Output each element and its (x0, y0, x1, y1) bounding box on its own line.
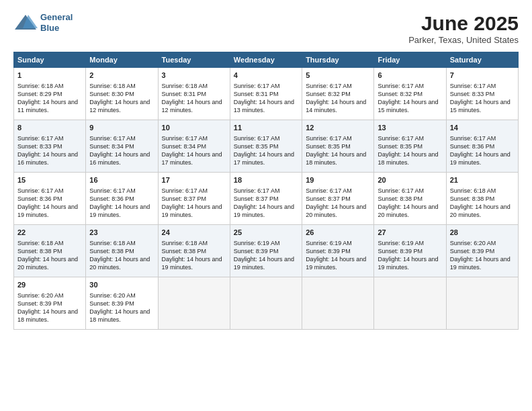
calendar-body: 1Sunrise: 6:18 AMSunset: 8:29 PMDaylight… (14, 68, 519, 330)
day-cell: 7Sunrise: 6:17 AMSunset: 8:33 PMDaylight… (446, 68, 518, 120)
daylight: Daylight: 14 hours and 11 minutes. (17, 99, 78, 113)
sunrise: Sunrise: 6:17 AM (17, 135, 64, 142)
sunrise: Sunrise: 6:17 AM (89, 187, 136, 194)
month-title: June 2025 (408, 12, 519, 35)
day-number: 29 (17, 280, 82, 290)
sunset: Sunset: 8:38 PM (17, 248, 62, 255)
day-cell: 3Sunrise: 6:18 AMSunset: 8:31 PMDaylight… (158, 68, 230, 120)
day-cell: 17Sunrise: 6:17 AMSunset: 8:37 PMDayligh… (158, 173, 230, 225)
daylight: Daylight: 14 hours and 18 minutes. (89, 308, 150, 323)
day-number: 15 (17, 175, 82, 185)
sunset: Sunset: 8:39 PM (89, 300, 134, 307)
sunrise: Sunrise: 6:18 AM (89, 83, 136, 89)
day-cell (158, 277, 230, 330)
sunrise: Sunrise: 6:20 AM (17, 292, 64, 299)
day-number: 19 (306, 175, 370, 185)
sunset: Sunset: 8:36 PM (17, 195, 62, 202)
daylight: Daylight: 14 hours and 19 minutes. (234, 203, 294, 218)
day-number: 8 (17, 123, 82, 133)
daylight: Daylight: 14 hours and 19 minutes. (89, 203, 150, 218)
sunrise: Sunrise: 6:17 AM (306, 187, 352, 194)
day-number: 2 (89, 71, 154, 81)
sunset: Sunset: 8:34 PM (89, 143, 134, 150)
day-number: 17 (162, 175, 226, 185)
col-tuesday: Tuesday (158, 52, 230, 68)
sunset: Sunset: 8:38 PM (378, 195, 423, 202)
sunset: Sunset: 8:39 PM (17, 300, 62, 307)
day-cell: 5Sunrise: 6:17 AMSunset: 8:32 PMDaylight… (302, 68, 374, 120)
day-cell: 26Sunrise: 6:19 AMSunset: 8:39 PMDayligh… (302, 225, 374, 277)
sunrise: Sunrise: 6:17 AM (162, 135, 208, 142)
day-cell: 20Sunrise: 6:17 AMSunset: 8:38 PMDayligh… (374, 173, 446, 225)
sunrise: Sunrise: 6:19 AM (378, 240, 424, 246)
sunset: Sunset: 8:38 PM (89, 248, 134, 255)
week-row-4: 22Sunrise: 6:18 AMSunset: 8:38 PMDayligh… (14, 225, 519, 277)
daylight: Daylight: 14 hours and 15 minutes. (378, 99, 438, 113)
sunset: Sunset: 8:32 PM (378, 91, 423, 97)
sunset: Sunset: 8:31 PM (234, 91, 279, 97)
daylight: Daylight: 14 hours and 19 minutes. (378, 256, 438, 271)
location: Parker, Texas, United States (408, 35, 519, 45)
daylight: Daylight: 14 hours and 19 minutes. (234, 256, 294, 271)
sunrise: Sunrise: 6:17 AM (378, 135, 424, 142)
daylight: Daylight: 14 hours and 18 minutes. (306, 151, 366, 166)
logo: General Blue (13, 12, 73, 33)
logo-icon (13, 13, 38, 32)
daylight: Daylight: 14 hours and 20 minutes. (89, 256, 150, 271)
sunset: Sunset: 8:38 PM (450, 195, 495, 202)
week-row-2: 8Sunrise: 6:17 AMSunset: 8:33 PMDaylight… (14, 120, 519, 173)
daylight: Daylight: 14 hours and 19 minutes. (162, 256, 222, 271)
day-cell: 9Sunrise: 6:17 AMSunset: 8:34 PMDaylight… (86, 120, 158, 173)
day-cell: 28Sunrise: 6:20 AMSunset: 8:39 PMDayligh… (446, 225, 518, 277)
daylight: Daylight: 14 hours and 17 minutes. (162, 151, 222, 166)
day-cell: 30Sunrise: 6:20 AMSunset: 8:39 PMDayligh… (86, 277, 158, 330)
day-number: 11 (234, 123, 298, 133)
sunrise: Sunrise: 6:18 AM (89, 240, 136, 246)
sunset: Sunset: 8:36 PM (89, 195, 134, 202)
sunrise: Sunrise: 6:17 AM (234, 187, 280, 194)
day-number: 5 (306, 71, 370, 81)
day-cell: 19Sunrise: 6:17 AMSunset: 8:37 PMDayligh… (302, 173, 374, 225)
daylight: Daylight: 14 hours and 20 minutes. (306, 203, 366, 218)
sunrise: Sunrise: 6:17 AM (234, 83, 280, 89)
page: General Blue June 2025 Parker, Texas, Un… (0, 0, 532, 411)
day-cell: 13Sunrise: 6:17 AMSunset: 8:35 PMDayligh… (374, 120, 446, 173)
daylight: Daylight: 14 hours and 19 minutes. (450, 151, 511, 166)
daylight: Daylight: 14 hours and 13 minutes. (234, 99, 294, 113)
sunrise: Sunrise: 6:18 AM (450, 187, 496, 194)
day-cell: 25Sunrise: 6:19 AMSunset: 8:39 PMDayligh… (230, 225, 302, 277)
daylight: Daylight: 14 hours and 20 minutes. (17, 256, 78, 271)
daylight: Daylight: 14 hours and 14 minutes. (306, 99, 366, 113)
day-cell: 16Sunrise: 6:17 AMSunset: 8:36 PMDayligh… (86, 173, 158, 225)
sunrise: Sunrise: 6:17 AM (378, 187, 424, 194)
daylight: Daylight: 14 hours and 19 minutes. (162, 203, 222, 218)
day-number: 4 (234, 71, 298, 81)
daylight: Daylight: 14 hours and 19 minutes. (450, 256, 511, 271)
sunrise: Sunrise: 6:18 AM (17, 240, 64, 246)
sunrise: Sunrise: 6:17 AM (378, 83, 424, 89)
day-number: 23 (89, 228, 154, 238)
day-number: 16 (89, 175, 154, 185)
daylight: Daylight: 14 hours and 12 minutes. (162, 99, 222, 113)
day-number: 1 (17, 71, 82, 81)
daylight: Daylight: 14 hours and 19 minutes. (17, 203, 78, 218)
day-number: 25 (234, 228, 298, 238)
week-row-3: 15Sunrise: 6:17 AMSunset: 8:36 PMDayligh… (14, 173, 519, 225)
sunrise: Sunrise: 6:17 AM (450, 83, 496, 89)
sunrise: Sunrise: 6:19 AM (306, 240, 352, 246)
sunrise: Sunrise: 6:17 AM (89, 135, 136, 142)
day-cell (302, 277, 374, 330)
day-cell: 24Sunrise: 6:18 AMSunset: 8:38 PMDayligh… (158, 225, 230, 277)
daylight: Daylight: 14 hours and 16 minutes. (17, 151, 78, 166)
col-thursday: Thursday (302, 52, 374, 68)
sunset: Sunset: 8:37 PM (234, 195, 279, 202)
day-cell: 22Sunrise: 6:18 AMSunset: 8:38 PMDayligh… (14, 225, 86, 277)
sunset: Sunset: 8:39 PM (450, 248, 495, 255)
sunset: Sunset: 8:39 PM (378, 248, 423, 255)
col-monday: Monday (86, 52, 158, 68)
daylight: Daylight: 14 hours and 17 minutes. (234, 151, 294, 166)
day-number: 6 (378, 71, 442, 81)
daylight: Daylight: 14 hours and 18 minutes. (17, 308, 78, 323)
sunrise: Sunrise: 6:20 AM (89, 292, 136, 299)
sunset: Sunset: 8:33 PM (450, 91, 495, 97)
